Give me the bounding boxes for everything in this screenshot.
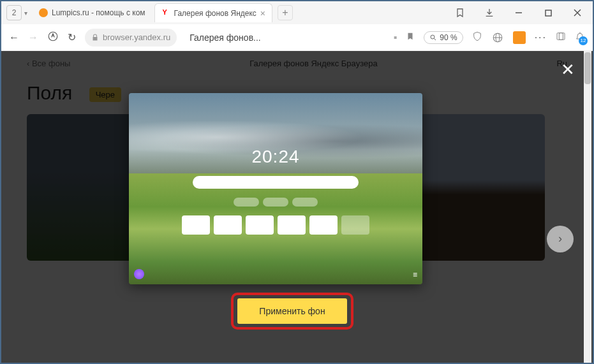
new-tab-button[interactable]: + [278,5,293,20]
yandex-favicon-icon [161,9,170,18]
scrollbar[interactable] [584,51,591,363]
preview-tile [341,215,369,235]
download-header-icon[interactable] [482,5,497,20]
preview-tile [182,215,210,235]
notif-icon[interactable]: 12 [575,31,585,44]
background-preview: – □ × 20:24 [129,93,422,284]
bookmark-header-icon[interactable] [452,5,468,20]
scroll-thumb[interactable] [584,52,591,84]
comment-icon[interactable]: ▪ [394,32,397,43]
zoom-value: 90 % [440,33,457,42]
titlebar: 2 ▾ Lumpics.ru - помощь с ком Галерея фо… [1,1,593,24]
content-area: ‹ Все фоны Галерея фонов Яндекс Браузера… [1,51,593,363]
magnify-icon [429,34,437,41]
nav-back-button[interactable]: ← [9,32,19,43]
lock-icon [91,34,99,41]
sliders-icon: ≡ [413,270,417,279]
tab-group-count[interactable]: 2 [6,5,22,20]
maximize-button[interactable] [540,5,556,20]
tab-label: Lumpics.ru - помощь с ком [52,8,145,17]
tab-label: Галерея фонов Яндекс [174,9,256,18]
sidebar-ext-icon[interactable] [556,31,566,44]
svg-rect-11 [559,33,565,40]
lumpics-favicon-icon [39,8,48,17]
reload-button[interactable]: ↻ [68,31,76,43]
url-text: browser.yandex.ru [103,33,170,42]
preview-tile [278,215,306,235]
tab-group-chevron-icon[interactable]: ▾ [24,10,27,17]
preview-pill [234,198,259,207]
svg-rect-1 [546,10,551,16]
preview-tile [214,215,242,235]
preview-tile [246,215,274,235]
close-modal-button[interactable]: ✕ [561,60,575,80]
shield-icon[interactable] [472,31,482,44]
preview-tile [309,215,338,235]
svg-line-6 [434,38,436,40]
preview-pill [292,198,318,207]
close-tab-icon[interactable]: × [260,8,265,18]
minimize-button[interactable] [511,5,526,20]
close-window-button[interactable] [570,5,585,20]
preview-clock: 20:24 [251,147,299,167]
yandex-home-icon[interactable] [47,31,59,45]
zoom-indicator[interactable]: 90 % [424,31,463,44]
apply-background-button[interactable]: Применить фон [237,298,347,324]
tab-gallery[interactable]: Галерея фонов Яндекс × [154,3,272,22]
tab-lumpics[interactable]: Lumpics.ru - помощь с ком [33,3,152,22]
preview-search-bar [193,176,359,189]
page-title-addr: Галерея фонов... [189,33,261,43]
nav-forward-button[interactable]: → [28,32,38,43]
next-button[interactable]: › [547,226,574,252]
notif-badge: 12 [579,36,588,45]
svg-point-5 [431,35,434,39]
url-box[interactable]: browser.yandex.ru [85,29,177,47]
more-menu-icon[interactable]: ··· [535,32,547,43]
bookmark-icon[interactable] [406,32,415,43]
globe-ext-icon[interactable] [491,31,504,44]
address-bar: ← → ↻ browser.yandex.ru Галерея фонов...… [1,24,593,51]
svg-point-4 [48,32,57,41]
face-ext-icon[interactable] [513,31,526,44]
svg-rect-10 [557,33,563,40]
preview-pill [263,198,288,207]
alice-icon [134,269,144,279]
